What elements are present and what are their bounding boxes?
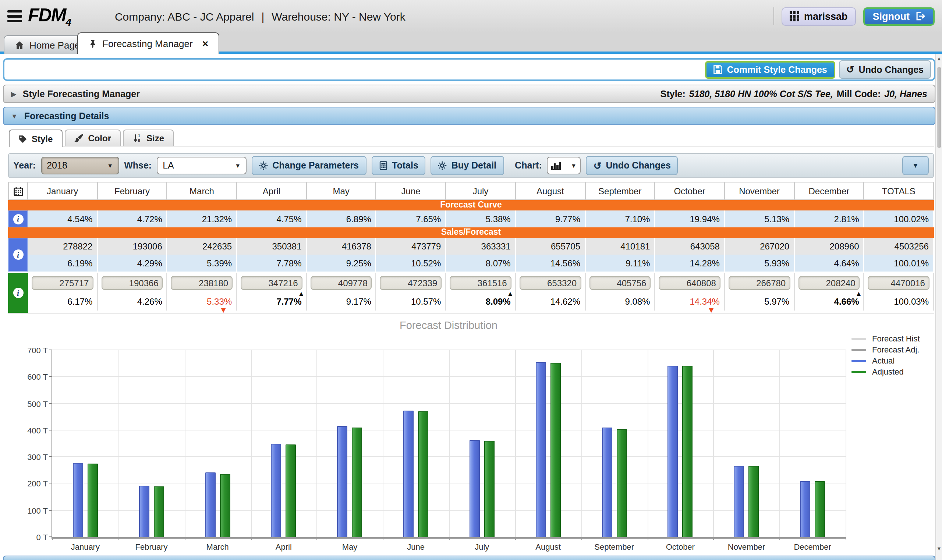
- adjusted-pct-cell: 4.26%: [97, 293, 167, 311]
- tab-size[interactable]: 1 9 Size: [123, 129, 174, 146]
- legend-item-forecast-adj-[interactable]: Forecast Adj.: [851, 345, 934, 354]
- svg-text:9: 9: [138, 138, 140, 143]
- calendar-header-button[interactable]: [8, 183, 28, 199]
- adjusted-forecast-input[interactable]: [32, 276, 93, 290]
- adjusted-forecast-input[interactable]: [589, 276, 651, 290]
- adjusted-bar-april: [286, 445, 296, 537]
- y-axis-tick: [49, 509, 52, 510]
- x-axis-label-august: August: [536, 542, 561, 551]
- commit-style-changes-button[interactable]: Commit Style Changes: [705, 61, 835, 78]
- style-panel-title: Style Forecasting Manager: [23, 89, 140, 99]
- y-axis-tick: [49, 430, 52, 431]
- forecast-curve-info-button[interactable]: i: [8, 211, 28, 228]
- style-forecasting-manager-panel[interactable]: ▶ Style Forecasting Manager Style: 5180,…: [3, 85, 935, 103]
- adjusted-input-cell: [376, 273, 446, 293]
- adjusted-info-button[interactable]: i: [8, 273, 28, 313]
- sales-pct-value: 5.39%: [168, 255, 237, 272]
- totals-button[interactable]: Totals: [371, 156, 426, 175]
- adjusted-pct-value: 14.62%: [551, 297, 580, 307]
- adjusted-pct-value: 5.97%: [764, 297, 789, 307]
- change-parameters-button[interactable]: Change Parameters: [252, 156, 366, 175]
- adjusted-forecast-input[interactable]: [659, 276, 720, 290]
- sales-value: 267020: [725, 238, 794, 255]
- details-panel-title: Forecasting Details: [24, 111, 109, 121]
- sort-numeric-icon: 1 9: [132, 133, 142, 143]
- tab-color[interactable]: Color: [65, 129, 121, 146]
- forecast-curve-value: 4.75%: [237, 211, 306, 228]
- company-label: Company: ABC - JC Apparel: [115, 10, 254, 22]
- x-axis-label-february: February: [135, 542, 168, 551]
- buy-detail-button[interactable]: Buy Detail: [431, 156, 504, 175]
- buy-detail-label: Buy Detail: [451, 160, 496, 171]
- adjusted-forecast-input[interactable]: [241, 276, 302, 290]
- warehouse-select[interactable]: LA ▼: [157, 157, 246, 174]
- y-axis-label: 0 T: [12, 533, 48, 542]
- x-axis-tick: [714, 537, 714, 540]
- scroll-up-icon[interactable]: ▲: [936, 56, 942, 61]
- sales-pct-value: 4.29%: [97, 255, 167, 272]
- legend-item-forecast-hist[interactable]: Forecast Hist: [851, 334, 934, 343]
- month-header-march: March: [168, 183, 237, 199]
- menu-icon[interactable]: [8, 10, 22, 22]
- forecast-curve-row: i 4.54%4.72%21.32%4.75%6.89%7.65%5.38%9.…: [8, 211, 934, 228]
- undo-changes-button-toolbar[interactable]: ↺ Undo Changes: [586, 156, 678, 175]
- style-summary: Style: 5180, 5180 HN 100% Cot S/S Tee, M…: [660, 89, 927, 99]
- vertical-scrollbar[interactable]: ▲ ▼: [935, 54, 942, 560]
- chart-type-select[interactable]: ▼: [547, 157, 581, 174]
- save-icon: [713, 65, 723, 74]
- year-select[interactable]: 2018 ▼: [41, 157, 119, 174]
- scroll-down-icon[interactable]: ▼: [936, 546, 942, 551]
- forecasting-details-panel[interactable]: ▼ Forecasting Details: [3, 107, 935, 125]
- month-header-january: January: [28, 183, 97, 199]
- month-header-july: July: [446, 183, 516, 199]
- adjusted-pct-value: 6.17%: [67, 297, 92, 307]
- actual-bar-august: [536, 362, 546, 537]
- forecast-curve-value: 2.81%: [794, 211, 864, 228]
- sales-pct-value: 7.78%: [237, 255, 306, 272]
- sales-forecast-rows: i 27882219300624263535038141637847377936…: [8, 238, 934, 272]
- tab-forecasting-manager[interactable]: Forecasting Manager ×: [77, 32, 219, 54]
- legend-item-adjusted[interactable]: Adjusted: [851, 367, 934, 376]
- x-axis-tick: [515, 537, 516, 540]
- adjusted-forecast-input[interactable]: [449, 276, 511, 290]
- forecast-table: JanuaryFebruaryMarchAprilMayJuneJulyAugu…: [8, 182, 934, 314]
- sales-pct-value: 9.11%: [585, 255, 655, 272]
- info-icon: i: [13, 214, 23, 224]
- legend-item-actual[interactable]: Actual: [851, 356, 934, 365]
- signout-button[interactable]: Signout: [863, 7, 935, 25]
- x-axis-label-may: May: [342, 542, 358, 551]
- x-axis-tick: [779, 537, 780, 540]
- chart-label: Chart:: [515, 160, 542, 171]
- y-axis-tick: [49, 537, 52, 537]
- adjusted-forecast-input[interactable]: [171, 276, 232, 290]
- tab-style[interactable]: Style: [9, 129, 62, 147]
- adjusted-bar-july: [484, 441, 494, 537]
- adjusted-forecast-input[interactable]: [868, 276, 930, 290]
- bar-chart-icon: [552, 162, 561, 169]
- adjusted-pct-value: 4.66%: [834, 297, 859, 307]
- month-gridline: [119, 350, 119, 537]
- adjusted-forecast-input[interactable]: [798, 276, 860, 290]
- style-label: Style:: [660, 89, 685, 99]
- adjusted-input-cell: [168, 273, 237, 293]
- undo-changes-button-top[interactable]: ↺ Undo Changes: [839, 60, 931, 79]
- adjusted-bar-january: [88, 464, 98, 537]
- tab-forecasting-label: Forecasting Manager: [102, 38, 193, 49]
- toolbar-overflow-dropdown[interactable]: ▼: [902, 156, 929, 175]
- user-menu-button[interactable]: marissab: [782, 7, 856, 25]
- sales-pct-value: 14.56%: [516, 255, 585, 272]
- sales-pct-value: 4.64%: [794, 255, 864, 272]
- adjusted-forecast-input[interactable]: [728, 276, 790, 290]
- adjusted-pct-cell: 5.33%▼: [168, 293, 237, 311]
- sales-value: 410181: [585, 238, 655, 255]
- adjusted-forecast-input[interactable]: [520, 276, 581, 290]
- x-axis-tick: [647, 537, 648, 540]
- increase-arrow-icon: ▲: [856, 291, 862, 297]
- close-tab-icon[interactable]: ×: [202, 37, 208, 49]
- sales-forecast-info-button[interactable]: i: [8, 238, 28, 272]
- scrollbar-thumb[interactable]: [937, 67, 941, 148]
- adjusted-forecast-input[interactable]: [311, 276, 372, 290]
- adjusted-forecast-input[interactable]: [101, 276, 163, 290]
- x-axis-label-november: November: [728, 542, 765, 551]
- adjusted-forecast-input[interactable]: [380, 276, 442, 290]
